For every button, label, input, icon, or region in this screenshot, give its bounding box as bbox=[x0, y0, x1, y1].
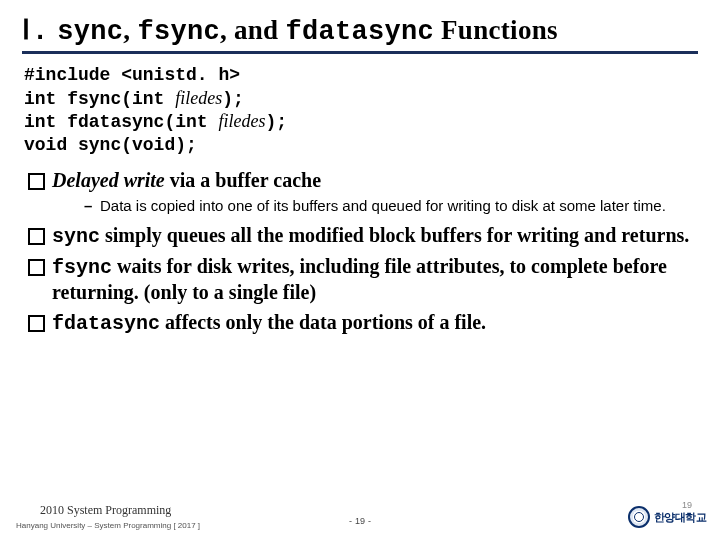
university-logo: 한양대학교 bbox=[628, 506, 707, 528]
university-name: 한양대학교 bbox=[654, 510, 707, 525]
bullet-delayed-write-rest: via a buffer cache bbox=[165, 169, 321, 191]
code-line-include: #include <unistd. h> bbox=[24, 65, 240, 85]
title-tail: Functions bbox=[434, 15, 558, 45]
bullet-delayed-write-term: Delayed write bbox=[52, 169, 165, 191]
bullet-fsync-mono: fsync bbox=[52, 256, 112, 279]
code-arg-filedes-2: filedes bbox=[218, 111, 265, 131]
page-number: 19 bbox=[355, 516, 365, 526]
bullet-fdatasync: fdatasync affects only the data portions… bbox=[26, 310, 698, 337]
page-dash-left: - bbox=[346, 516, 355, 526]
title-mono-fsync: fsync bbox=[137, 17, 220, 47]
page-dash-right: - bbox=[365, 516, 374, 526]
bullet-fsync: fsync waits for disk writes, including f… bbox=[26, 254, 698, 306]
code-line-fdatasync-a: int fdatasync(int bbox=[24, 112, 218, 132]
slide-title: Ⅰ. sync, fsync, and fdatasync Functions bbox=[22, 14, 698, 47]
code-arg-filedes-1: filedes bbox=[175, 88, 222, 108]
sub-bullet-buffer-copy: Data is copied into one of its buffers a… bbox=[84, 196, 698, 216]
bullet-fsync-rest: waits for disk writes, including file at… bbox=[52, 255, 667, 304]
sub-list: Data is copied into one of its buffers a… bbox=[84, 196, 698, 216]
bullet-fdatasync-mono: fdatasync bbox=[52, 312, 160, 335]
bullet-sync-mono: sync bbox=[52, 225, 100, 248]
footer-dept: Hanyang University – System Programming … bbox=[16, 521, 200, 530]
footer-page: -19- bbox=[346, 516, 374, 526]
title-bar: Ⅰ. sync, fsync, and fdatasync Functions bbox=[22, 14, 698, 54]
bullet-fdatasync-rest: affects only the data portions of a file… bbox=[160, 311, 486, 333]
footer-course: 2010 System Programming bbox=[40, 503, 171, 518]
title-sep2: , and bbox=[220, 15, 286, 45]
title-mono-sync: sync bbox=[57, 17, 123, 47]
university-seal-icon bbox=[628, 506, 650, 528]
title-mono-fdatasync: fdatasync bbox=[286, 17, 435, 47]
bullet-sync: sync simply queues all the modified bloc… bbox=[26, 223, 698, 250]
bullet-sync-rest: simply queues all the modified block buf… bbox=[100, 224, 689, 246]
bullet-delayed-write: Delayed write via a buffer cache Data is… bbox=[26, 168, 698, 215]
code-line-sync: void sync(void); bbox=[24, 135, 197, 155]
title-section-roman: Ⅰ. bbox=[22, 17, 50, 47]
slide-root: Ⅰ. sync, fsync, and fdatasync Functions … bbox=[0, 0, 720, 540]
code-line-fsync-a: int fsync(int bbox=[24, 89, 175, 109]
code-block: #include <unistd. h> int fsync(int filed… bbox=[24, 64, 698, 156]
title-sep1: , bbox=[123, 15, 137, 45]
bullet-list: Delayed write via a buffer cache Data is… bbox=[26, 168, 698, 336]
footer: 2010 System Programming Hanyang Universi… bbox=[0, 498, 720, 532]
code-line-fsync-b: ); bbox=[222, 89, 244, 109]
code-line-fdatasync-b: ); bbox=[265, 112, 287, 132]
